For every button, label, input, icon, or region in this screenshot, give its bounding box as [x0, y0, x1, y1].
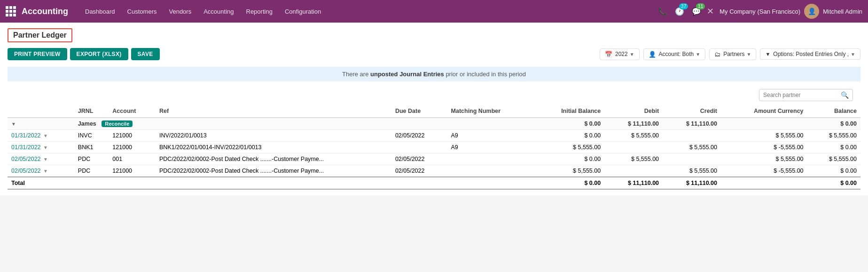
row4-date-link[interactable]: 02/05/2022	[11, 168, 41, 174]
table-row: 02/05/2022 ▼ PDC 121000 PDC/2022/02/0002…	[8, 165, 860, 177]
row3-credit	[663, 153, 721, 165]
row2-date-arrow-icon: ▼	[43, 145, 48, 150]
user-avatar[interactable]: 👤	[804, 4, 819, 19]
col-expand	[8, 105, 74, 118]
toolbar: PRINT PREVIEW EXPORT (XLSX) SAVE 📅 2022 …	[8, 48, 860, 60]
table-header-row: JRNL Account Ref Due Date Matching Numbe…	[8, 105, 860, 118]
row2-matching: A9	[447, 142, 534, 153]
toolbar-filters: 📅 2022 ▼ 👤 Account: Both ▼ 🗂 Partners ▼ …	[600, 48, 860, 60]
row1-date-link[interactable]: 01/31/2022	[11, 132, 41, 139]
group-debit: $ 11,110.00	[604, 118, 663, 130]
row1-credit	[663, 130, 721, 142]
row3-account: 001	[109, 153, 156, 165]
row3-matching	[447, 153, 534, 165]
year-filter-label: 2022	[615, 51, 628, 57]
row3-date-link[interactable]: 02/05/2022	[11, 156, 41, 162]
group-balance: $ 0.00	[807, 118, 860, 130]
menu-item-vendors[interactable]: Vendors	[163, 5, 197, 18]
col-initial-balance: Initial Balance	[533, 105, 604, 118]
top-navigation: Accounting Dashboard Customers Vendors A…	[0, 0, 868, 23]
options-filter[interactable]: ▼ Options: Posted Entries Only , ▼	[760, 48, 860, 60]
row4-amount-currency: $ -5,555.00	[721, 165, 807, 177]
print-preview-button[interactable]: PRINT PREVIEW	[8, 48, 67, 60]
row3-balance: $ 5,555.00	[807, 153, 860, 165]
chat-icon-btn[interactable]: 💬11	[690, 5, 703, 18]
account-filter[interactable]: 👤 Account: Both ▼	[643, 48, 706, 60]
alert-banner: There are unposted Journal Entries prior…	[8, 67, 860, 81]
search-row: 🔍	[8, 85, 860, 105]
total-col7	[447, 177, 534, 189]
row1-date-arrow-icon: ▼	[43, 133, 48, 138]
chat-badge: 11	[696, 3, 705, 9]
row4-account: 121000	[109, 165, 156, 177]
table-container: JRNL Account Ref Due Date Matching Numbe…	[8, 105, 860, 190]
row1-initial-balance: $ 0.00	[533, 130, 604, 142]
search-partner-input[interactable]	[763, 92, 838, 98]
row2-credit: $ 5,555.00	[663, 142, 721, 153]
row1-account: 121000	[109, 130, 156, 142]
row1-jrnl: INVC	[74, 130, 109, 142]
row2-amount-currency: $ -5,555.00	[721, 142, 807, 153]
options-filter-icon: ▼	[765, 51, 770, 57]
reconcile-badge[interactable]: Reconcile	[102, 120, 133, 127]
row1-date-cell: 01/31/2022 ▼	[8, 130, 74, 142]
row2-balance: $ 0.00	[807, 142, 860, 153]
menu-item-accounting[interactable]: Accounting	[198, 5, 239, 18]
menu-item-dashboard[interactable]: Dashboard	[79, 5, 121, 18]
account-chevron-icon: ▼	[696, 52, 700, 57]
row3-initial-balance: $ 0.00	[533, 153, 604, 165]
col-amount-currency: Amount Currency	[721, 105, 807, 118]
apps-grid-icon[interactable]	[6, 6, 16, 16]
group-row-james: ▼ James Reconcile $ 0.00 $ 11,110.00 $ 1…	[8, 118, 860, 130]
row4-ref: PDC/2022/02/0002-Post Dated Check ......…	[156, 165, 391, 177]
search-icon[interactable]: 🔍	[841, 91, 849, 99]
export-xlsx-button[interactable]: EXPORT (XLSX)	[70, 48, 128, 60]
account-person-icon: 👤	[649, 51, 656, 58]
year-filter[interactable]: 📅 2022 ▼	[600, 48, 640, 60]
menu-item-customers[interactable]: Customers	[122, 5, 163, 18]
partners-folder-icon: 🗂	[714, 51, 720, 58]
row2-due-date	[391, 142, 447, 153]
app-brand: Accounting	[22, 7, 68, 16]
alert-text-after: prior or included in this period	[444, 71, 526, 78]
main-menu: Dashboard Customers Vendors Accounting R…	[79, 5, 654, 18]
row4-due-date: 02/05/2022	[391, 165, 447, 177]
ledger-table: JRNL Account Ref Due Date Matching Numbe…	[8, 105, 860, 190]
row4-matching	[447, 165, 534, 177]
close-icon[interactable]: ✕	[707, 6, 714, 16]
account-filter-label: Account: Both	[659, 51, 694, 57]
page-content: Partner Ledger PRINT PREVIEW EXPORT (XLS…	[0, 23, 868, 195]
col-credit: Credit	[663, 105, 721, 118]
group-chevron[interactable]: ▼	[8, 118, 74, 130]
group-expand-icon[interactable]: ▼	[11, 121, 16, 127]
row1-amount-currency: $ 5,555.00	[721, 130, 807, 142]
alert-bold-text: unposted Journal Entries	[370, 71, 444, 78]
row2-ref: BNK1/2022/01/0014-INV/2022/01/0013	[156, 142, 391, 153]
search-box[interactable]: 🔍	[759, 89, 853, 101]
row1-due-date: 02/05/2022	[391, 130, 447, 142]
menu-item-configuration[interactable]: Configuration	[279, 5, 327, 18]
row3-debit: $ 5,555.00	[604, 153, 663, 165]
menu-item-reporting[interactable]: Reporting	[241, 5, 278, 18]
phone-icon-btn[interactable]: 📞	[656, 5, 669, 18]
total-amount-currency	[721, 177, 807, 189]
total-label: Total	[8, 177, 74, 189]
total-row: Total $ 0.00 $ 11,110.00 $ 11,110.00 $ 0…	[8, 177, 860, 189]
options-filter-label: Options: Posted Entries Only ,	[773, 51, 849, 57]
col-jrnl: JRNL	[74, 105, 109, 118]
row2-debit	[604, 142, 663, 153]
row3-jrnl: PDC	[74, 153, 109, 165]
username: Mitchell Admin	[823, 8, 862, 15]
total-balance: $ 0.00	[807, 177, 860, 189]
partners-filter-label: Partners	[723, 51, 744, 57]
save-button[interactable]: SAVE	[131, 48, 160, 60]
clock-icon-btn[interactable]: 🕐37	[673, 5, 686, 18]
year-chevron-icon: ▼	[630, 52, 634, 57]
partners-filter[interactable]: 🗂 Partners ▼	[709, 48, 756, 60]
row2-date-link[interactable]: 01/31/2022	[11, 144, 41, 151]
row3-due-date: 02/05/2022	[391, 153, 447, 165]
total-initial-balance: $ 0.00	[533, 177, 604, 189]
group-name-cell: James Reconcile	[74, 118, 533, 130]
col-balance: Balance	[807, 105, 860, 118]
total-col6	[391, 177, 447, 189]
